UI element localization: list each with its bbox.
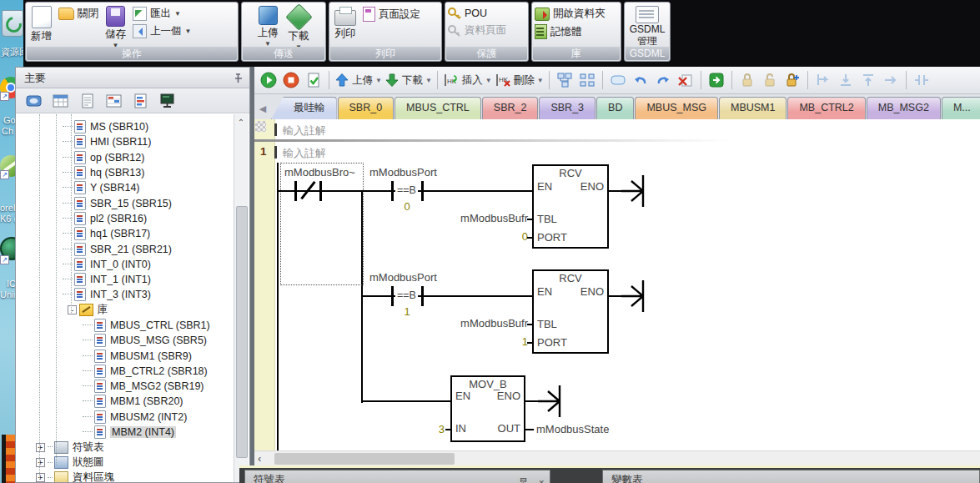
ladder-editor[interactable]: 輸入註解 1 輸入註解 mModbusBro~ mModbusPort ==B … <box>254 119 980 450</box>
tree-item[interactable]: MBUS_CTRL (SBR1) <box>16 318 235 333</box>
delete-button[interactable]: HK 刪除▼ <box>495 73 544 88</box>
scrollbar-thumb[interactable] <box>274 453 455 465</box>
contact-operand[interactable]: mModbusBro~ <box>284 166 355 179</box>
tab-mb-ctrl2[interactable]: MB_CTRL2 <box>787 97 865 119</box>
port-operand[interactable]: 0 <box>405 230 528 243</box>
contact-operand[interactable]: mModbusPort <box>369 271 437 284</box>
mov-block[interactable]: MOV_B EN ENO IN OUT <box>450 375 525 442</box>
editor-hscrollbar[interactable]: ‹ <box>254 450 980 466</box>
print-button[interactable]: 列印 <box>332 4 359 43</box>
tab-main[interactable]: 最哇輸 <box>271 97 337 119</box>
tree-item[interactable]: HMI (SBR11) <box>16 134 235 149</box>
tree-item[interactable]: MB_CTRL2 (SBR18) <box>16 364 235 379</box>
dropdown-caret-icon[interactable]: ▼ <box>375 77 382 84</box>
save-button[interactable]: 儲存 ▼ <box>103 4 128 50</box>
tree-item-symbol-table[interactable]: +符號表 <box>16 440 235 455</box>
redo-icon[interactable] <box>653 70 673 90</box>
block-diagram-icon[interactable] <box>577 70 597 90</box>
comment-box-icon[interactable] <box>608 70 628 90</box>
compare-value[interactable]: 0 <box>395 200 420 213</box>
delete-page-icon[interactable] <box>676 70 696 90</box>
symbol-table-icon[interactable] <box>51 92 71 110</box>
tab-sbr3[interactable]: SBR_3 <box>539 97 596 119</box>
data-block-icon[interactable] <box>78 92 98 110</box>
tbl-operand[interactable]: mModbusBufr <box>405 317 528 330</box>
insert-button[interactable]: HK 插入▼ <box>443 73 492 88</box>
close-button[interactable]: 關閉 <box>58 7 98 21</box>
tab-sbr2[interactable]: SBR_2 <box>482 97 539 119</box>
port-operand[interactable]: 1 <box>405 335 528 348</box>
lock-add-icon[interactable] <box>782 70 802 90</box>
goto-next-icon[interactable] <box>706 70 726 90</box>
pou-diagram-icon[interactable] <box>555 70 575 90</box>
tree-item-selected[interactable]: MBM2 (INT4) <box>16 425 235 440</box>
collapse-expander-icon[interactable]: - <box>68 305 77 314</box>
tab-more[interactable]: M... <box>942 97 980 119</box>
rcv-block[interactable]: RCV EN ENO TBL PORT <box>532 164 609 249</box>
contact-operand[interactable]: mModbusPort <box>369 166 437 179</box>
recycle-bin-icon[interactable] <box>2 10 23 37</box>
dropdown-caret-icon[interactable]: ▼ <box>425 77 432 84</box>
scrollbar-thumb[interactable] <box>236 206 248 458</box>
compare-value[interactable]: 1 <box>395 305 420 318</box>
upload-button[interactable]: 上傳 ▼ <box>255 4 281 48</box>
tree-item[interactable]: pl2 (SBR16) <box>16 211 235 226</box>
tree-item[interactable]: INT_0 (INT0) <box>16 257 235 272</box>
tree-item[interactable]: MBUSM1 (SBR9) <box>16 348 235 363</box>
out-operand[interactable]: mModbusState <box>536 423 609 435</box>
tree-item[interactable]: MB_MSG2 (SBR19) <box>16 379 235 394</box>
tree-item-status-chart[interactable]: +狀態圖 <box>16 455 235 470</box>
previous-button[interactable]: 上一個 ▼ <box>133 24 191 38</box>
gsdml-manage-button[interactable]: GSDML 管理 <box>627 4 668 48</box>
pin-icon[interactable] <box>233 73 243 83</box>
tab-sbr0[interactable]: SBR_0 <box>338 97 395 119</box>
export-button[interactable]: 匯出 ▼ <box>133 7 191 21</box>
tree-scrollbar[interactable]: ⌃ <box>234 114 249 482</box>
tree-item[interactable]: MBM1 (SBR20) <box>16 394 235 409</box>
network-comment[interactable]: 輸入註解 <box>283 146 326 161</box>
scroll-up-icon[interactable]: ⌃ <box>234 116 248 129</box>
compare-operator[interactable]: ==B <box>395 184 418 196</box>
expand-expander-icon[interactable]: + <box>36 473 45 482</box>
program-comment[interactable]: 輸入註解 <box>283 123 326 138</box>
stop-button[interactable] <box>281 70 301 90</box>
tree-item[interactable]: op (SBR12) <box>16 150 235 165</box>
tree-item[interactable]: MBUSM2 (INT2) <box>16 410 235 425</box>
expand-expander-icon[interactable]: + <box>36 458 45 467</box>
compile-button[interactable] <box>304 70 324 90</box>
tree-item[interactable]: hq1 (SBR17) <box>16 226 235 241</box>
tab-mbus-msg[interactable]: MBUS_MSG <box>635 97 718 119</box>
symbol-table-panel-header[interactable]: 符號表 早 × <box>244 470 550 483</box>
rcv-block[interactable]: RCV EN ENO TBL PORT <box>532 269 609 354</box>
variable-table-panel-header[interactable]: 變數表 <box>602 470 980 483</box>
communications-icon[interactable] <box>158 92 178 110</box>
in-operand[interactable]: 3 <box>379 423 445 435</box>
program-block-icon[interactable] <box>24 92 44 110</box>
dropdown-caret-icon[interactable]: ▼ <box>174 11 181 17</box>
tab-mb-msg2[interactable]: MB_MSG2 <box>867 97 941 119</box>
new-button[interactable]: 新增 <box>28 4 54 45</box>
undo-icon[interactable] <box>631 70 651 90</box>
pou-protect-button[interactable]: POU <box>448 7 506 20</box>
tree-item[interactable]: INT_1 (INT1) <box>16 272 235 287</box>
tree-item-library[interactable]: -庫 <box>16 303 235 318</box>
compare-operator[interactable]: ==B <box>395 289 418 301</box>
tab-scroll-left-icon[interactable]: ◀ <box>254 98 271 119</box>
tab-bd[interactable]: BD <box>596 97 634 119</box>
download-toolbar-button[interactable]: 下載▼ <box>384 73 432 88</box>
tree-item-data-block[interactable]: +資料區塊 <box>16 470 235 482</box>
panel-close-icon[interactable]: × <box>539 473 547 483</box>
scroll-left-icon[interactable]: ‹ <box>258 452 261 465</box>
cross-reference-icon[interactable] <box>131 92 151 110</box>
dropdown-caret-icon[interactable]: ▼ <box>185 28 192 34</box>
run-button[interactable] <box>259 70 279 90</box>
tab-mbusm1[interactable]: MBUSM1 <box>719 97 787 119</box>
tree-item[interactable]: hq (SBR13) <box>16 165 235 180</box>
tree-item[interactable]: MBUS_MSG (SBR5) <box>16 333 235 348</box>
status-chart-icon[interactable] <box>104 92 124 110</box>
open-folder-button[interactable]: 開啟資料夾 <box>535 7 606 21</box>
dropdown-caret-icon[interactable]: ▼ <box>537 77 544 84</box>
tree-item[interactable]: MS (SBR10) <box>16 119 235 134</box>
tree-item[interactable]: SBR_21 (SBR21) <box>16 241 235 256</box>
tab-mbus-ctrl[interactable]: MBUS_CTRL <box>395 97 481 119</box>
